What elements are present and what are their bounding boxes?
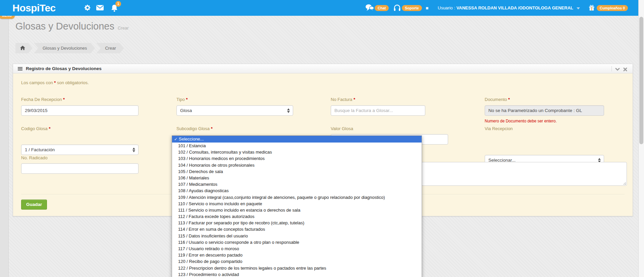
dropdown-selected-label: Seleccione...	[179, 136, 204, 142]
dropdown-option[interactable]: 105 / Derechos de sala	[172, 168, 422, 175]
fecha-input[interactable]	[21, 105, 139, 116]
dropdown-option[interactable]: 113 / Facturar por separado por tipo de …	[172, 220, 422, 226]
breadcrumb-item[interactable]: Glosas y Devoluciones	[34, 43, 95, 53]
chevron-down-icon	[577, 7, 580, 9]
dropdown-option[interactable]: 104 / Honorarios de otros profesionales	[172, 162, 422, 168]
page-scrollbar[interactable]	[638, 0, 644, 277]
dropdown-option[interactable]: 112 / Factura excede topes autorizados	[172, 213, 422, 220]
fecha-label: Fecha De Recepcion *	[21, 97, 65, 102]
subcodigo-dropdown: ✓Seleccione... 101 / Estancia102 / Consu…	[172, 135, 422, 277]
dropdown-option[interactable]: 101 / Estancia	[172, 143, 422, 149]
dropdown-option[interactable]: 119 / Error en descuento pactado	[172, 252, 422, 258]
birthday-gift-icon[interactable]	[588, 4, 596, 12]
top-bar: HospiTec 1 Chat Soporte Usuario : VANESS…	[0, 0, 644, 16]
page-subtitle: Crear	[118, 25, 129, 31]
panel-header: Registro de Glosas y Devoluciones	[13, 64, 633, 73]
home-icon	[20, 46, 25, 50]
left-rail	[0, 16, 9, 277]
chat-badge[interactable]: Chat	[375, 5, 389, 11]
factura-label: No Factura *	[331, 97, 355, 102]
radicado-input[interactable]	[21, 163, 139, 174]
radicado-label: No. Radicado	[21, 155, 48, 160]
scrollbar-thumb[interactable]	[639, 17, 643, 144]
support-badge[interactable]: Soporte	[402, 5, 422, 11]
brand-logo[interactable]: HospiTec	[12, 0, 56, 16]
factura-input[interactable]	[331, 105, 425, 116]
breadcrumb: Glosas y Devoluciones Crear	[15, 43, 124, 53]
via-label: Via Recepcion	[485, 126, 513, 131]
subcodigo-dropdown-options: 101 / Estancia102 / Consultas, intercons…	[172, 143, 422, 277]
notification-count-badge[interactable]: 1	[115, 1, 121, 7]
tipo-select[interactable]: Glosa	[176, 105, 293, 116]
breadcrumb-home[interactable]	[15, 43, 33, 53]
dropdown-option[interactable]: 111 / Servicio o insumo incluido en esta…	[172, 207, 422, 213]
dropdown-option[interactable]: 106 / Materiales	[172, 175, 422, 181]
collapse-chevron-icon[interactable]	[615, 67, 620, 71]
documento-label: Documento *	[485, 97, 510, 102]
dropdown-option[interactable]: 114 / Error en suma de conceptos factura…	[172, 226, 422, 232]
hamburger-icon	[18, 67, 22, 68]
breadcrumb-item[interactable]: Crear	[96, 43, 124, 53]
documento-error-message: Numero de Documento debe ser entero.	[485, 119, 557, 123]
dropdown-option-selected[interactable]: ✓Seleccione...	[172, 136, 422, 143]
dropdown-option[interactable]: 102 / Consultas, interconsultas y visita…	[172, 149, 422, 155]
panel-title: Registro de Glosas y Devoluciones	[26, 64, 102, 73]
save-button[interactable]: Guadar	[21, 200, 47, 210]
dropdown-option[interactable]: 117 / Usuario retirado o moroso	[172, 245, 422, 252]
dropdown-option[interactable]: 120 / Recibo de pago compartido	[172, 258, 422, 265]
codigo-select-value: 1 / Facturación	[25, 147, 55, 152]
settings-gear-icon[interactable]	[84, 4, 92, 12]
user-menu[interactable]: Usuario : VANESSA ROLDAN VILLADA /ODONTO…	[438, 0, 580, 16]
documento-input	[485, 105, 604, 116]
dropdown-option[interactable]: 108 / Ayudas diagnosticas	[172, 187, 422, 194]
birthday-badge[interactable]: Cumpleaños 0	[597, 5, 628, 11]
dropdown-option[interactable]: 109 / Atención integral (caso,conjunto i…	[172, 194, 422, 201]
dropdown-option[interactable]: 116 / Usuario o servicio corresponde a o…	[172, 239, 422, 245]
dropdown-option[interactable]: 107 / Medicamentos	[172, 181, 422, 187]
status-dot-icon	[426, 7, 428, 9]
check-icon: ✓	[174, 136, 179, 143]
page-title: Glosas y Devoluciones	[15, 21, 114, 32]
support-headset-icon[interactable]	[393, 4, 401, 12]
messages-envelope-icon[interactable]	[96, 4, 104, 12]
page-title-block: Glosas y DevolucionesCrear	[15, 21, 129, 32]
dropdown-option[interactable]: 123 / Procedimiento o actividad	[172, 271, 422, 277]
select-arrows-icon	[287, 108, 290, 113]
select-arrows-icon	[132, 147, 136, 153]
dropdown-option[interactable]: 103 / Honorarios medicos en procedimient…	[172, 155, 422, 162]
tipo-label: Tipo *	[176, 97, 188, 102]
dropdown-option[interactable]: 122 / Prescripcion dentro de los termino…	[172, 265, 422, 271]
required-fields-note: Los campos con * son obligatorios.	[21, 80, 89, 85]
valor-label: Valor Glosa	[331, 126, 353, 131]
codigo-label: Codigo Glosa *	[21, 126, 50, 131]
codigo-select[interactable]: 1 / Facturación	[21, 145, 139, 155]
user-prefix-label: Usuario :	[438, 5, 457, 10]
dropdown-option[interactable]: 110 / Servicio o insumo incluido en paqu…	[172, 201, 422, 207]
chat-bubbles-icon[interactable]	[365, 4, 373, 12]
subcodigo-label: Subcodigo Glosa *	[176, 126, 213, 131]
panel-header-divider	[611, 66, 612, 71]
dropdown-option[interactable]: 115 / Datos insuficientes del usuario	[172, 233, 422, 239]
close-icon[interactable]	[623, 67, 628, 71]
tipo-select-value: Glosa	[180, 108, 192, 113]
user-name-label: VANESSA ROLDAN VILLADA /ODONTOLOGA GENER…	[457, 5, 573, 10]
